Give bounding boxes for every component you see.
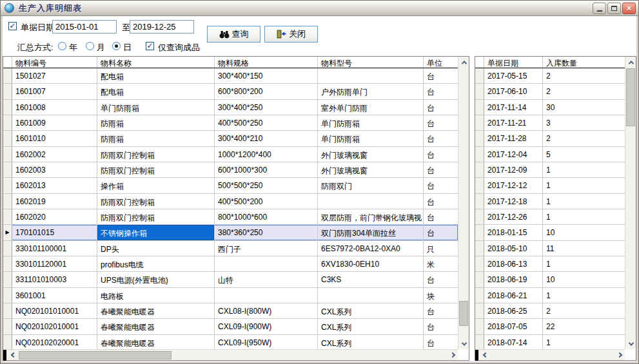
cell[interactable]: 2018-05-10 [484, 241, 543, 256]
cell[interactable] [318, 194, 424, 209]
cell[interactable]: 2 [543, 84, 625, 99]
table-row[interactable]: 2017-12-091 [475, 162, 625, 178]
cell[interactable]: 2018-06-21 [484, 288, 543, 303]
cell[interactable]: CXL09-I(900W) [215, 319, 318, 334]
cell[interactable]: 1602002 [12, 147, 97, 162]
horizontal-scrollbar[interactable] [475, 349, 625, 360]
cell[interactable]: 防雨双门控制箱 [97, 209, 215, 224]
cell[interactable] [215, 288, 318, 303]
row-selector[interactable] [3, 162, 12, 177]
row-selector[interactable] [475, 68, 484, 83]
scroll-left-button[interactable] [480, 350, 491, 361]
cell[interactable]: 6ES7972-0BA12-0XA0 [318, 241, 424, 256]
close-button[interactable]: 关闭 [264, 26, 318, 43]
cell[interactable]: 台 [424, 303, 458, 318]
row-selector[interactable]: ▶ [3, 225, 12, 240]
cell[interactable]: 台 [424, 100, 458, 115]
scroll-left-button[interactable] [8, 350, 19, 361]
row-selector[interactable] [475, 162, 484, 177]
table-row[interactable]: 1602002防雨双门控制箱1000*1200*400外门玻璃视窗台 [3, 147, 458, 162]
cell[interactable]: 2017-11-28 [484, 131, 543, 146]
cell[interactable]: 1602013 [12, 178, 97, 193]
cell[interactable]: 台 [424, 131, 458, 146]
column-header[interactable]: 物料编号 [12, 57, 97, 68]
cell[interactable]: 2017-05-15 [484, 68, 543, 83]
cell[interactable]: 米 [424, 256, 458, 271]
cell[interactable]: 2018-07-14 [484, 335, 543, 349]
cell[interactable]: CXL09-I(950W) [215, 335, 318, 349]
cell[interactable]: 1 [543, 194, 625, 209]
cell[interactable]: 2017-12-04 [484, 147, 543, 162]
cell[interactable]: 2017-12-12 [484, 178, 543, 193]
cell[interactable]: 1601008 [12, 100, 97, 115]
table-row[interactable]: 330101120001profibus电缆6XV1830-0EH10米 [3, 256, 458, 272]
cell[interactable]: 防雨箱 [97, 115, 215, 130]
row-selector[interactable] [3, 68, 12, 83]
table-row[interactable]: 2017-12-181 [475, 194, 625, 209]
cell[interactable]: 2017-11-21 [484, 115, 543, 130]
table-row[interactable]: 2017-12-045 [475, 147, 625, 162]
cell[interactable]: 外门玻璃视窗 [318, 162, 424, 177]
row-selector[interactable] [475, 225, 484, 240]
cell[interactable]: 台 [424, 115, 458, 130]
cell[interactable]: 只 [424, 241, 458, 256]
column-header[interactable]: 单据日期 [484, 57, 543, 68]
cell[interactable]: 2017-12-09 [484, 162, 543, 177]
row-selector[interactable] [3, 131, 12, 146]
table-row[interactable]: 1601009防雨箱400*500*250单门防雨箱台 [3, 115, 458, 131]
cell[interactable]: NQ020102010001 [12, 319, 97, 334]
cell[interactable]: 300*400*210 [215, 131, 318, 146]
horizontal-scrollbar[interactable] [3, 349, 458, 360]
row-selector[interactable] [475, 147, 484, 162]
cell[interactable]: 防雨双门 [318, 178, 424, 193]
row-selector[interactable] [3, 194, 12, 209]
cell[interactable]: 春曦聚能电暖器 [97, 303, 215, 318]
row-selector[interactable] [475, 131, 484, 146]
cell[interactable]: 台 [424, 319, 458, 334]
row-selector[interactable] [475, 100, 484, 115]
cell[interactable]: C3KS [318, 272, 424, 287]
date-to-input[interactable] [130, 20, 194, 34]
cell[interactable]: 2 [543, 131, 625, 146]
table-row[interactable]: NQ020102020001春曦聚能电暖器CXL09-I(950W)CXL系列台 [3, 335, 458, 349]
cell[interactable]: 防雨双门控制箱 [97, 162, 215, 177]
row-selector[interactable] [3, 272, 12, 287]
table-row[interactable]: 330101100001DP头西门子6ES7972-0BA12-0XA0只 [3, 241, 458, 256]
cell[interactable]: 10 [543, 225, 625, 240]
cell[interactable]: 户外防雨单门 [318, 84, 424, 99]
cell[interactable]: 1601010 [12, 131, 97, 146]
cell[interactable]: 台 [424, 225, 458, 240]
row-selector[interactable] [475, 241, 484, 256]
row-selector[interactable] [3, 319, 12, 334]
title-bar[interactable]: 生产入库明细表 × [1, 1, 638, 16]
cell[interactable]: 防雨箱 [97, 131, 215, 146]
cell[interactable]: 1602019 [12, 194, 97, 209]
table-row[interactable]: 1601007配电箱600*800*200户外防雨单门台 [3, 84, 458, 99]
cell[interactable]: 2017-06-10 [484, 84, 543, 99]
vertical-scrollbar[interactable] [625, 57, 636, 349]
cell[interactable]: 170101015 [12, 225, 97, 240]
splitter-handle[interactable] [3, 350, 6, 361]
column-header[interactable]: 物料型号 [318, 57, 424, 68]
cell[interactable]: 331101010003 [12, 272, 97, 287]
cell[interactable]: 块 [424, 288, 458, 303]
cell[interactable]: 电路板 [97, 288, 215, 303]
cell[interactable]: 2018-06-19 [484, 272, 543, 287]
cell[interactable]: CXL系列 [318, 319, 424, 334]
cell[interactable] [215, 256, 318, 271]
table-row[interactable]: 1501027配电箱300*400*150台 [3, 68, 458, 84]
cell[interactable]: 30 [543, 100, 625, 115]
table-row[interactable]: 2018-06-131 [475, 256, 625, 272]
cell[interactable]: 11 [543, 241, 625, 256]
table-row[interactable]: 2017-05-152 [475, 68, 625, 84]
scrollbar-thumb[interactable] [459, 301, 468, 326]
column-header[interactable]: 入库数量 [543, 57, 625, 68]
cell[interactable]: 台 [424, 162, 458, 177]
table-row[interactable]: 2017-12-121 [475, 178, 625, 193]
maximize-button[interactable] [607, 3, 621, 14]
cell[interactable]: 春曦聚能电暖器 [97, 335, 215, 349]
row-selector[interactable] [3, 178, 12, 193]
cell[interactable]: 1 [543, 256, 625, 271]
cell[interactable]: 西门子 [215, 241, 318, 256]
cell[interactable]: 3601001 [12, 288, 97, 303]
